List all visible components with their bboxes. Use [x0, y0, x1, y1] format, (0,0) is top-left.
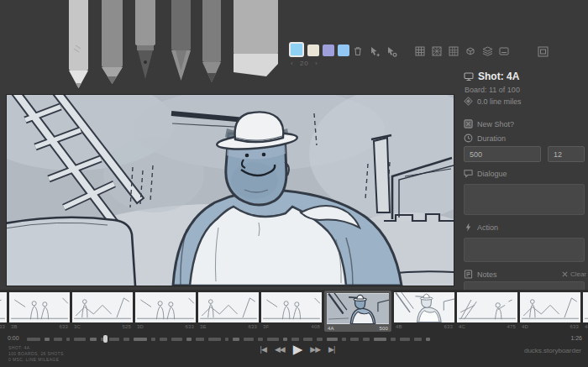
thumbnail-duration: 475	[507, 324, 516, 329]
timeline-tick	[374, 338, 386, 341]
swatch-4[interactable]	[338, 45, 349, 56]
thumbnail[interactable]: 3D633	[135, 292, 196, 332]
thumbnail-duration: 525	[122, 324, 131, 329]
timeline-tick	[160, 338, 167, 341]
main-canvas[interactable]	[7, 95, 454, 286]
thumbnail[interactable]: 3C525	[72, 292, 133, 332]
onion-skin-button[interactable]	[480, 45, 494, 58]
duration-frames-input[interactable]	[548, 146, 585, 162]
timeline-tick	[151, 338, 155, 341]
status-shot: SHOT: 4A	[8, 345, 64, 351]
timeline-tick	[327, 338, 338, 341]
thumbnail[interactable]: 3A633	[0, 292, 7, 332]
onion-skin-icon	[482, 46, 493, 56]
project-filename: ducks.storyboarder	[524, 347, 581, 354]
brush-size-decrease[interactable]: ‹	[289, 60, 296, 67]
duration-ms-input[interactable]	[464, 146, 541, 162]
trash-button[interactable]	[351, 45, 365, 58]
grid-button[interactable]	[413, 45, 427, 58]
timeline-tick	[66, 338, 70, 341]
board-info: Board: 11 of 100	[465, 86, 586, 94]
timeline-tick	[283, 338, 287, 341]
drawing-tools	[64, 0, 284, 92]
duration-icon	[464, 134, 473, 143]
scale-tool-button[interactable]	[385, 45, 398, 58]
thumbnail[interactable]: 4E633	[583, 292, 588, 332]
center-guides-button[interactable]	[430, 45, 444, 58]
shot-title: Shot: 4A	[478, 71, 519, 82]
line-miles-icon	[464, 97, 473, 106]
rewind-button[interactable]: ◀◀	[275, 345, 285, 354]
timeline-tick	[208, 338, 221, 341]
skip-start-button[interactable]: |◀	[260, 345, 266, 354]
timeline-tick	[109, 338, 119, 341]
timeline-playhead[interactable]	[103, 335, 108, 343]
thumbnail-board-id: 4E	[585, 324, 588, 329]
thirds-guides-button[interactable]	[447, 45, 460, 58]
timeline-tick	[244, 338, 254, 341]
new-shot-toggle[interactable]: New Shot?	[464, 119, 586, 128]
timeline-tick	[233, 338, 239, 341]
tool-eraser[interactable]	[234, 0, 278, 76]
thumbnail-image	[457, 292, 517, 322]
duplicate-tool-button[interactable]	[368, 45, 381, 58]
clear-icon	[562, 271, 568, 277]
skip-end-button[interactable]: ▶|	[328, 345, 334, 354]
tool-pen[interactable]	[135, 0, 155, 79]
thumbnail[interactable]: 3E633	[198, 292, 259, 332]
play-button[interactable]: ▶	[293, 342, 302, 357]
thumbnail[interactable]: 3B633	[9, 292, 70, 332]
perspective-button[interactable]	[464, 45, 477, 58]
shot-icon	[464, 71, 474, 81]
tool-light-pencil[interactable]	[69, 0, 88, 88]
captions-button[interactable]	[497, 45, 511, 58]
thumbnail-image	[394, 292, 454, 322]
dialogue-input[interactable]	[464, 184, 585, 215]
dialogue-label: Dialogue	[477, 170, 507, 178]
trash-icon	[353, 46, 363, 56]
thumbnail-image	[198, 292, 259, 322]
thumbnail-selected[interactable]: 4A500	[324, 291, 391, 332]
brush-size-increase[interactable]: ›	[313, 60, 320, 67]
thumbnail-duration: 500	[379, 326, 388, 331]
thumbnail[interactable]: 4B633	[394, 292, 454, 332]
notes-icon	[464, 270, 473, 279]
swatch-current[interactable]	[289, 42, 304, 57]
thumbnail-duration: 633	[248, 324, 257, 329]
brush-size-value: 20	[298, 60, 311, 67]
line-miles-label: 0.0 line miles	[477, 97, 522, 106]
thumbnail-image	[72, 292, 133, 322]
center-guides-icon	[432, 46, 442, 56]
tool-pencil[interactable]	[102, 0, 123, 84]
thumbnail-image	[583, 292, 588, 322]
thumbnail[interactable]: 4C475	[457, 292, 517, 332]
timeline-start-time: 0:00	[8, 335, 19, 341]
swatch-3[interactable]	[323, 45, 334, 56]
thumbnail[interactable]: 4D633	[520, 292, 580, 332]
timeline-tick	[225, 338, 228, 341]
swatch-2[interactable]	[307, 45, 319, 56]
thumbnail-duration: 633	[0, 324, 5, 329]
timeline-tick	[350, 338, 359, 341]
brush-size-control: ‹ 20 ›	[289, 60, 320, 67]
dialogue-icon	[464, 169, 473, 178]
thumbnail-label: 3E633	[198, 322, 259, 329]
thumbnail-duration: 633	[570, 324, 579, 329]
thumbnail-label: 3A633	[0, 322, 7, 329]
board-frame-button[interactable]	[536, 45, 549, 58]
color-palette	[289, 42, 349, 57]
thumbnail-label: 4C475	[457, 322, 517, 329]
tool-brush[interactable]	[171, 0, 191, 81]
clear-notes-button[interactable]: Clear	[562, 270, 586, 278]
thumbnail[interactable]: 3F408	[261, 292, 322, 332]
thumbnail-image	[327, 293, 389, 324]
board-frame-icon	[538, 46, 549, 57]
timeline-tick	[342, 338, 346, 341]
board-filmstrip: 3A6333B6333C5253D6333E6333F4084A5004B633…	[0, 290, 588, 332]
tool-note-pencil[interactable]	[202, 0, 221, 82]
forward-button[interactable]: ▶▶	[310, 345, 320, 354]
thumbnail-label: 4B633	[394, 322, 454, 329]
action-input[interactable]	[464, 238, 585, 262]
duration-label: Duration	[477, 134, 506, 143]
thumbnail-label: 4D633	[520, 322, 580, 329]
